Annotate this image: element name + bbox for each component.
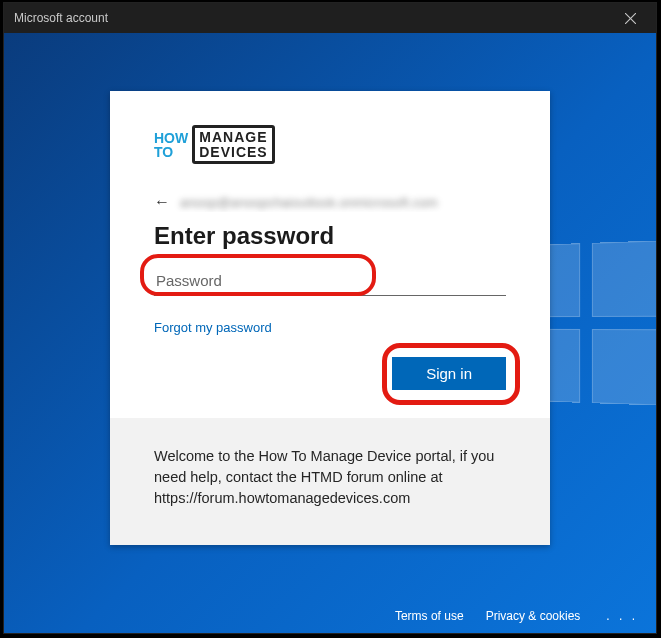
logo-text-devices: DEVICES [199,145,267,160]
logo-text-manage: MANAGE [199,130,267,145]
logo-howto: HOW TO [154,131,188,159]
tenant-logo: HOW TO MANAGE DEVICES [154,125,506,164]
logo-box: MANAGE DEVICES [192,125,274,164]
content-area: HOW TO MANAGE DEVICES ← anoop@anoopchaio… [4,33,656,603]
footer: Terms of use Privacy & cookies . . . [4,603,656,633]
card-body: HOW TO MANAGE DEVICES ← anoop@anoopchaio… [110,91,550,418]
window-title: Microsoft account [14,11,108,25]
back-arrow-icon[interactable]: ← [154,193,170,211]
close-icon [625,13,636,24]
app-window: Microsoft account HOW TO MANAGE [3,2,657,634]
close-button[interactable] [610,3,650,33]
button-row: Sign in [154,357,506,418]
terms-link[interactable]: Terms of use [395,609,464,623]
more-options-button[interactable]: . . . [602,609,642,623]
signin-button[interactable]: Sign in [392,357,506,390]
info-text: Welcome to the How To Manage Device port… [154,448,494,506]
identity-row: ← anoop@anoopchaioutlook.onmicrosoft.com [154,192,506,212]
info-panel: Welcome to the How To Manage Device port… [110,418,550,545]
password-input[interactable] [154,266,506,296]
titlebar: Microsoft account [4,3,656,33]
logo-text-to: TO [154,145,188,159]
privacy-link[interactable]: Privacy & cookies [486,609,581,623]
page-heading: Enter password [154,222,506,250]
password-field-wrap [154,266,506,296]
identity-email[interactable]: anoop@anoopchaioutlook.onmicrosoft.com [180,195,438,210]
forgot-password-link[interactable]: Forgot my password [154,320,272,335]
signin-card: HOW TO MANAGE DEVICES ← anoop@anoopchaio… [110,91,550,545]
